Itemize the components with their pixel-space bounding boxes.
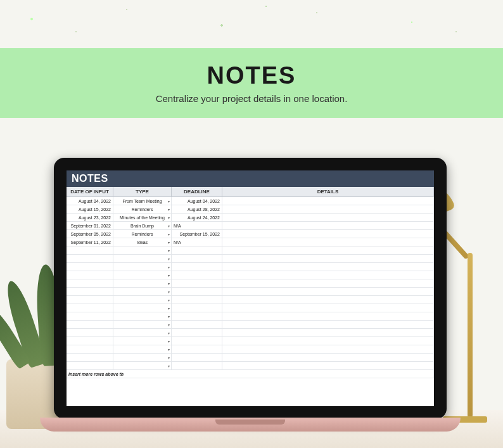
cell-type-dropdown[interactable]: ▾	[113, 279, 172, 287]
cell-type-dropdown[interactable]: Reminders▾	[113, 205, 172, 213]
cell-type-dropdown[interactable]: ▾	[113, 354, 172, 361]
cell-date[interactable]	[67, 337, 113, 345]
cell-deadline[interactable]	[172, 304, 222, 312]
cell-details[interactable]	[222, 197, 434, 205]
cell-date[interactable]	[67, 271, 113, 279]
cell-details[interactable]	[222, 205, 434, 213]
cell-deadline[interactable]	[172, 288, 222, 295]
cell-date[interactable]	[67, 255, 113, 262]
table-row[interactable]: ▾	[67, 362, 434, 370]
cell-details[interactable]	[222, 321, 434, 328]
table-row[interactable]: ▾	[67, 246, 434, 255]
cell-deadline[interactable]: N/A	[172, 222, 222, 229]
cell-deadline[interactable]	[172, 246, 222, 254]
cell-date[interactable]	[67, 329, 113, 336]
table-row[interactable]: ▾	[67, 255, 434, 263]
cell-type-dropdown[interactable]: ▾	[113, 246, 172, 254]
table-row[interactable]: August 23, 2022Minutes of the Meeting▾Au…	[67, 214, 434, 222]
cell-type-dropdown[interactable]: ▾	[113, 337, 172, 345]
cell-deadline[interactable]: August 28, 2022	[172, 205, 222, 213]
table-row[interactable]: ▾	[67, 296, 434, 304]
cell-deadline[interactable]	[172, 337, 222, 345]
cell-deadline[interactable]	[172, 279, 222, 287]
cell-deadline[interactable]	[172, 263, 222, 271]
cell-details[interactable]	[222, 345, 434, 353]
cell-type-dropdown[interactable]: ▾	[113, 321, 172, 328]
cell-date[interactable]	[67, 321, 113, 328]
cell-deadline[interactable]	[172, 271, 222, 279]
table-row[interactable]: August 04, 2022From Team Meeting▾August …	[67, 197, 434, 205]
cell-date[interactable]: September 01, 2022	[67, 222, 113, 229]
cell-date[interactable]: August 23, 2022	[67, 214, 113, 221]
column-header-type[interactable]: TYPE	[113, 187, 172, 196]
cell-type-dropdown[interactable]: Reminders▾	[113, 230, 172, 238]
cell-date[interactable]: August 04, 2022	[67, 197, 113, 205]
cell-date[interactable]	[67, 304, 113, 312]
cell-deadline[interactable]	[172, 354, 222, 361]
cell-type-dropdown[interactable]: Brain Dump▾	[113, 222, 172, 229]
cell-date[interactable]	[67, 312, 113, 320]
cell-date[interactable]	[67, 279, 113, 287]
cell-date[interactable]	[67, 345, 113, 353]
cell-deadline[interactable]	[172, 345, 222, 353]
cell-type-dropdown[interactable]: Minutes of the Meeting▾	[113, 214, 172, 221]
cell-details[interactable]	[222, 238, 434, 246]
cell-deadline[interactable]: N/A	[172, 238, 222, 246]
table-row[interactable]: ▾	[67, 345, 434, 354]
cell-type-dropdown[interactable]: From Team Meeting▾	[113, 197, 172, 205]
cell-type-dropdown[interactable]: ▾	[113, 362, 172, 369]
cell-date[interactable]	[67, 296, 113, 304]
table-row[interactable]: ▾	[67, 321, 434, 329]
column-header-details[interactable]: DETAILS	[222, 187, 434, 196]
cell-deadline[interactable]: September 15, 2022	[172, 230, 222, 238]
cell-type-dropdown[interactable]: ▾	[113, 304, 172, 312]
cell-details[interactable]	[222, 214, 434, 221]
table-row[interactable]: September 11, 2022Ideas▾N/A	[67, 238, 434, 246]
table-row[interactable]: September 05, 2022Reminders▾September 15…	[67, 230, 434, 238]
cell-type-dropdown[interactable]: ▾	[113, 263, 172, 271]
column-header-deadline[interactable]: DEADLINE	[172, 187, 222, 196]
cell-details[interactable]	[222, 222, 434, 229]
table-row[interactable]: September 01, 2022Brain Dump▾N/A	[67, 222, 434, 230]
cell-date[interactable]: September 11, 2022	[67, 238, 113, 246]
cell-details[interactable]	[222, 263, 434, 271]
cell-details[interactable]	[222, 296, 434, 304]
cell-deadline[interactable]	[172, 296, 222, 304]
cell-deadline[interactable]: August 04, 2022	[172, 197, 222, 205]
cell-date[interactable]	[67, 362, 113, 369]
cell-date[interactable]	[67, 288, 113, 295]
cell-deadline[interactable]: August 24, 2022	[172, 214, 222, 221]
cell-type-dropdown[interactable]: ▾	[113, 329, 172, 336]
cell-date[interactable]	[67, 263, 113, 271]
cell-type-dropdown[interactable]: ▾	[113, 296, 172, 304]
cell-date[interactable]	[67, 354, 113, 361]
table-row[interactable]: ▾	[67, 263, 434, 271]
cell-details[interactable]	[222, 362, 434, 369]
table-row[interactable]: ▾	[67, 354, 434, 362]
cell-type-dropdown[interactable]: ▾	[113, 312, 172, 320]
cell-details[interactable]	[222, 288, 434, 295]
cell-details[interactable]	[222, 312, 434, 320]
cell-deadline[interactable]	[172, 312, 222, 320]
cell-details[interactable]	[222, 337, 434, 345]
cell-type-dropdown[interactable]: ▾	[113, 345, 172, 353]
table-row[interactable]: August 15, 2022Reminders▾August 28, 2022	[67, 205, 434, 214]
cell-type-dropdown[interactable]: ▾	[113, 255, 172, 262]
cell-deadline[interactable]	[172, 362, 222, 369]
cell-details[interactable]	[222, 279, 434, 287]
cell-date[interactable]: September 05, 2022	[67, 230, 113, 238]
cell-details[interactable]	[222, 304, 434, 312]
cell-type-dropdown[interactable]: ▾	[113, 288, 172, 295]
cell-details[interactable]	[222, 246, 434, 254]
cell-details[interactable]	[222, 255, 434, 262]
cell-deadline[interactable]	[172, 255, 222, 262]
table-row[interactable]: ▾	[67, 337, 434, 345]
column-header-date[interactable]: DATE OF INPUT	[67, 187, 113, 196]
table-row[interactable]: ▾	[67, 279, 434, 288]
cell-details[interactable]	[222, 354, 434, 361]
table-row[interactable]: ▾	[67, 329, 434, 337]
cell-details[interactable]	[222, 329, 434, 336]
cell-date[interactable]: August 15, 2022	[67, 205, 113, 213]
table-row[interactable]: ▾	[67, 304, 434, 312]
cell-date[interactable]	[67, 246, 113, 254]
